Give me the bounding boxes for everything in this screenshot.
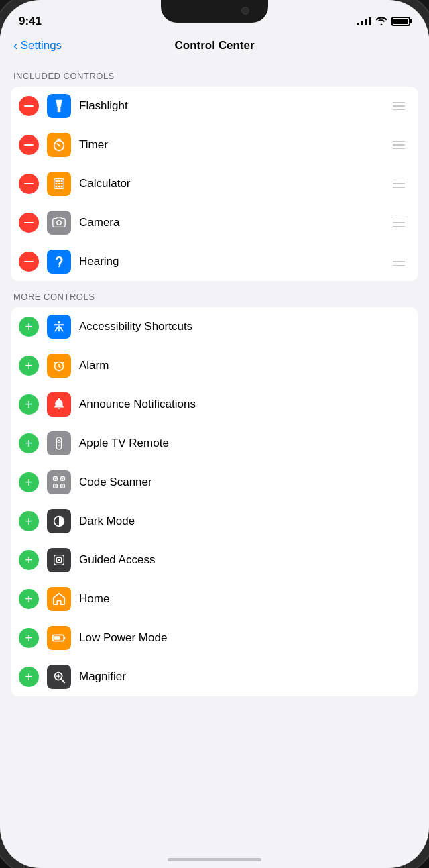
list-item: Timer [11, 125, 418, 164]
notch [161, 0, 268, 23]
guided-access-label: Guided Access [79, 553, 408, 567]
phone-frame: 9:41 ‹ Settings [0, 0, 429, 868]
code-scanner-label: Code Scanner [79, 476, 408, 489]
flashlight-label: Flashlight [79, 99, 390, 113]
svg-rect-24 [62, 478, 64, 480]
svg-point-29 [58, 559, 60, 561]
add-magnifier-button[interactable] [19, 667, 39, 687]
scroll-area[interactable]: INCLUDED CONTROLS Flashlight Timer [0, 60, 429, 855]
back-label[interactable]: Settings [21, 39, 62, 52]
home-label: Home [79, 592, 408, 606]
flashlight-icon [47, 94, 71, 118]
hearing-icon [47, 250, 71, 274]
remove-timer-button[interactable] [19, 135, 39, 155]
camera-label: Camera [79, 216, 390, 229]
timer-icon [47, 133, 71, 157]
add-darkmode-button[interactable] [19, 511, 39, 531]
alarm-label: Alarm [79, 359, 408, 372]
svg-rect-4 [58, 180, 60, 182]
list-item: Accessibility Shortcuts [11, 307, 418, 346]
svg-point-17 [58, 440, 60, 443]
alarm-icon [47, 354, 71, 378]
add-lowpower-button[interactable] [19, 628, 39, 648]
status-time: 9:41 [19, 15, 42, 28]
announce-notifications-icon [47, 392, 71, 417]
appletv-remote-label: Apple TV Remote [79, 437, 408, 450]
svg-point-18 [58, 445, 60, 446]
status-icons [357, 16, 410, 28]
list-item: Calculator [11, 164, 418, 203]
add-appletv-button[interactable] [19, 433, 39, 453]
nav-bar: ‹ Settings Control Center [0, 34, 429, 60]
code-scanner-icon [47, 470, 71, 494]
add-alarm-button[interactable] [19, 356, 39, 376]
svg-point-1 [58, 145, 60, 147]
dark-mode-label: Dark Mode [79, 514, 408, 528]
svg-rect-5 [61, 180, 63, 182]
camera-icon [47, 211, 71, 235]
magnifier-label: Magnifier [79, 670, 408, 684]
wifi-icon [375, 16, 387, 28]
timer-label: Timer [79, 138, 390, 152]
list-item: Hearing [11, 242, 418, 281]
remove-flashlight-button[interactable] [19, 96, 39, 116]
list-item: Magnifier [11, 657, 418, 696]
svg-rect-7 [58, 183, 60, 184]
timer-drag-handle[interactable] [390, 138, 408, 152]
svg-line-33 [61, 679, 64, 682]
svg-point-14 [58, 321, 60, 324]
remove-hearing-button[interactable] [19, 252, 39, 272]
included-section-header: INCLUDED CONTROLS [0, 60, 429, 87]
front-camera [241, 7, 249, 15]
svg-rect-9 [56, 186, 58, 188]
list-item: Home [11, 580, 418, 618]
guided-access-icon [47, 548, 71, 572]
svg-rect-10 [58, 186, 60, 188]
svg-rect-8 [61, 183, 63, 184]
low-power-mode-label: Low Power Mode [79, 631, 408, 645]
more-controls-card: Accessibility Shortcuts Alarm Announce N… [11, 307, 418, 696]
home-bar [168, 858, 261, 861]
back-button[interactable]: ‹ Settings [13, 39, 62, 52]
hearing-drag-handle[interactable] [390, 255, 408, 269]
svg-rect-6 [56, 183, 58, 184]
remove-calculator-button[interactable] [19, 174, 39, 194]
svg-rect-11 [61, 186, 63, 188]
remove-camera-button[interactable] [19, 213, 39, 233]
list-item: Guided Access [11, 541, 418, 580]
svg-rect-16 [56, 437, 61, 449]
hearing-label: Hearing [79, 255, 390, 268]
add-announce-button[interactable] [19, 394, 39, 415]
svg-rect-26 [62, 486, 64, 487]
camera-drag-handle[interactable] [390, 216, 408, 230]
announce-notifications-label: Announce Notifications [79, 398, 408, 411]
accessibility-shortcuts-icon [47, 315, 71, 339]
list-item: Dark Mode [11, 502, 418, 541]
add-home-button[interactable] [19, 589, 39, 609]
back-chevron-icon: ‹ [13, 38, 18, 52]
add-guidedaccess-button[interactable] [19, 550, 39, 570]
included-controls-card: Flashlight Timer [11, 87, 418, 281]
magnifier-icon [47, 665, 71, 689]
svg-rect-23 [55, 478, 56, 480]
list-item: Code Scanner [11, 463, 418, 502]
list-item: Camera [11, 203, 418, 242]
appletv-remote-icon [47, 431, 71, 455]
add-codescanner-button[interactable] [19, 472, 39, 492]
battery-icon [391, 17, 410, 26]
calculator-icon [47, 172, 71, 196]
list-item: Apple TV Remote [11, 424, 418, 463]
low-power-mode-icon [47, 626, 71, 650]
list-item: Flashlight [11, 87, 418, 125]
flashlight-drag-handle[interactable] [390, 99, 408, 113]
list-item: Low Power Mode [11, 618, 418, 657]
home-icon [47, 587, 71, 611]
accessibility-shortcuts-label: Accessibility Shortcuts [79, 320, 408, 333]
svg-point-12 [57, 221, 61, 225]
calculator-drag-handle[interactable] [390, 177, 408, 191]
svg-rect-31 [54, 636, 60, 640]
add-accessibility-button[interactable] [19, 317, 39, 337]
page-title: Control Center [175, 39, 255, 52]
calculator-label: Calculator [79, 177, 390, 191]
svg-point-13 [58, 266, 60, 267]
